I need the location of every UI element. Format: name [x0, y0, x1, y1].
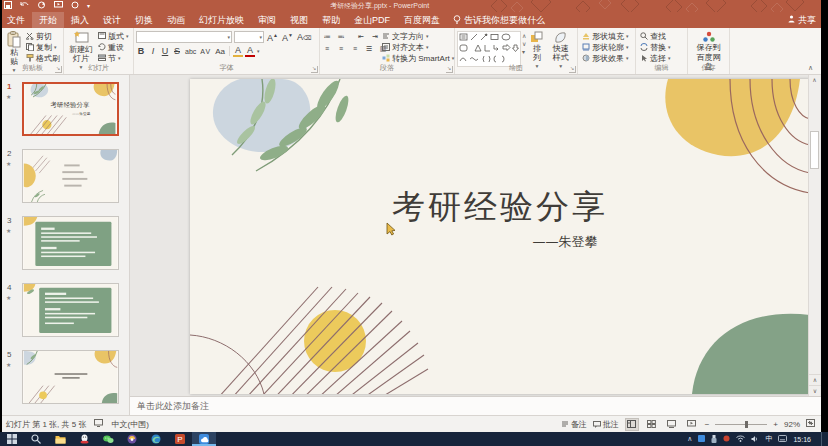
- taskbar-search-icon[interactable]: [24, 432, 48, 446]
- dialog-launcher[interactable]: ↘: [569, 66, 576, 73]
- replace-button[interactable]: 替换▾: [638, 42, 673, 52]
- underline-button[interactable]: U: [160, 46, 170, 56]
- text-direction-button[interactable]: 文字方向▾: [380, 31, 456, 41]
- find-button[interactable]: 查找: [638, 31, 673, 41]
- strikethrough-button[interactable]: S: [172, 46, 182, 56]
- video-app-icon[interactable]: [120, 432, 144, 446]
- qq-icon[interactable]: [72, 432, 96, 446]
- zoom-slider-thumb[interactable]: [745, 421, 748, 428]
- bullets-button[interactable]: ≔: [322, 33, 332, 41]
- numbering-button[interactable]: ≕: [336, 33, 346, 41]
- next-slide-button[interactable]: ∨: [809, 385, 821, 396]
- zoom-level[interactable]: 92%: [784, 420, 800, 429]
- clock[interactable]: 15:16: [793, 436, 811, 443]
- baidu-netdisk-taskbar-icon[interactable]: [192, 432, 216, 446]
- layout-button[interactable]: 版式▾: [96, 31, 131, 41]
- shape-fill-button[interactable]: 形状填充▾: [580, 31, 631, 41]
- notes-pane[interactable]: 单击此处添加备注: [130, 396, 821, 415]
- justify-button[interactable]: ☰: [364, 45, 374, 53]
- dialog-launcher[interactable]: ↘: [55, 66, 62, 73]
- undo-icon[interactable]: [20, 1, 29, 9]
- align-left-button[interactable]: ≡: [322, 45, 332, 52]
- previous-slide-button[interactable]: ∧: [809, 374, 821, 385]
- slide-byline-text[interactable]: ——朱登攀: [490, 233, 640, 251]
- start-button[interactable]: [0, 432, 24, 446]
- vertical-scrollbar[interactable]: ∧ ∧ ∨: [808, 75, 820, 396]
- comments-toggle-button[interactable]: 批注: [593, 419, 619, 430]
- reading-view-button[interactable]: [665, 418, 679, 431]
- start-slideshow-icon[interactable]: [54, 1, 63, 9]
- font-name-combobox[interactable]: ▾: [136, 31, 232, 43]
- network-icon[interactable]: [736, 435, 745, 443]
- tray-expand-icon[interactable]: ∧: [687, 435, 692, 443]
- thumbnail-slide-1[interactable]: 1 ★ 考研经验分享: [0, 82, 130, 136]
- tab-animations[interactable]: 动画: [160, 12, 192, 28]
- shape-effects-button[interactable]: 形状效果▾: [580, 53, 631, 63]
- slide-canvas[interactable]: 考研经验分享 ——朱登攀 ∧ ∧ ∨: [130, 75, 821, 396]
- thumbnail-slide-3[interactable]: 3 ★: [0, 216, 130, 270]
- copy-button[interactable]: 复制▾: [24, 42, 62, 52]
- tab-help[interactable]: 帮助: [315, 12, 347, 28]
- tab-insert[interactable]: 插入: [64, 12, 96, 28]
- edge-icon[interactable]: [144, 432, 168, 446]
- slideshow-view-button[interactable]: [685, 418, 699, 431]
- zoom-slider[interactable]: [715, 424, 767, 425]
- thumbnail-slide-4[interactable]: 4 ★: [0, 283, 130, 337]
- increase-indent-button[interactable]: ⇥: [370, 33, 380, 41]
- notes-toggle-button[interactable]: 备注: [561, 419, 587, 430]
- tell-me-box[interactable]: 告诉我你想要做什么: [453, 14, 545, 27]
- cut-button[interactable]: 剪切: [24, 31, 62, 41]
- dialog-launcher[interactable]: ↘: [446, 66, 453, 73]
- qat-customize-icon[interactable]: ▾: [87, 2, 90, 9]
- text-shadow-button[interactable]: abc: [184, 48, 197, 55]
- scroll-up-icon[interactable]: ∧: [809, 75, 820, 85]
- wechat-icon[interactable]: [96, 432, 120, 446]
- align-text-button[interactable]: 对齐文本▾: [380, 42, 456, 52]
- decrease-indent-button[interactable]: ⇤: [356, 33, 366, 41]
- select-button[interactable]: 选择▾: [638, 53, 673, 63]
- tab-jinshan-pdf[interactable]: 金山PDF: [347, 12, 397, 28]
- shape-outline-button[interactable]: 形状轮廓▾: [580, 42, 631, 52]
- reset-button[interactable]: 重设: [96, 42, 131, 52]
- shapes-scroll-down[interactable]: ∨: [522, 40, 526, 47]
- fit-to-window-button[interactable]: [806, 419, 815, 429]
- grow-font-button[interactable]: A▲: [266, 32, 279, 43]
- font-color-button[interactable]: A: [245, 45, 255, 57]
- keyboard-icon[interactable]: [778, 435, 787, 443]
- tab-home[interactable]: 开始: [32, 12, 64, 28]
- save-icon[interactable]: [4, 1, 12, 9]
- slide-sorter-view-button[interactable]: [645, 418, 659, 431]
- zoom-out-button[interactable]: −: [705, 420, 710, 429]
- shapes-gallery[interactable]: [457, 31, 521, 67]
- align-center-button[interactable]: ≡: [336, 45, 346, 52]
- shrink-font-button[interactable]: A▼: [281, 32, 294, 43]
- format-painter-button[interactable]: 格式刷: [24, 53, 62, 63]
- show-desktop-button[interactable]: [821, 432, 824, 446]
- tab-view[interactable]: 视图: [283, 12, 315, 28]
- usb-icon[interactable]: [711, 435, 717, 444]
- collapse-ribbon-button[interactable]: ∧: [808, 64, 813, 72]
- highlight-color-button[interactable]: A: [233, 45, 243, 57]
- tray-app-icon[interactable]: [698, 435, 705, 443]
- tab-baidu-netdisk[interactable]: 百度网盘: [397, 12, 447, 28]
- normal-view-button[interactable]: [625, 418, 639, 431]
- convert-smartart-button[interactable]: 转换为 SmartArt▾: [380, 53, 456, 63]
- tab-slideshow[interactable]: 幻灯片放映: [192, 12, 251, 28]
- dialog-launcher[interactable]: ↘: [311, 66, 318, 73]
- shapes-more[interactable]: ▾: [522, 48, 526, 55]
- align-right-button[interactable]: ≡: [350, 45, 360, 52]
- section-button[interactable]: 节▾: [96, 53, 131, 63]
- tab-design[interactable]: 设计: [96, 12, 128, 28]
- change-case-button[interactable]: Aa: [214, 47, 226, 56]
- ime-indicator[interactable]: 中: [765, 434, 772, 444]
- touch-mode-icon[interactable]: [71, 1, 79, 9]
- character-spacing-button[interactable]: AV: [199, 48, 212, 55]
- tray-alert-icon[interactable]: [723, 435, 730, 443]
- file-explorer-icon[interactable]: [48, 432, 72, 446]
- clear-formatting-button[interactable]: A⌫: [296, 32, 313, 42]
- redo-icon[interactable]: [37, 1, 46, 9]
- powerpoint-icon[interactable]: P: [168, 432, 192, 446]
- scrollbar-thumb[interactable]: [810, 131, 819, 169]
- share-button[interactable]: 共享: [788, 12, 816, 28]
- thumbnail-slide-2[interactable]: 2 ★: [0, 149, 130, 203]
